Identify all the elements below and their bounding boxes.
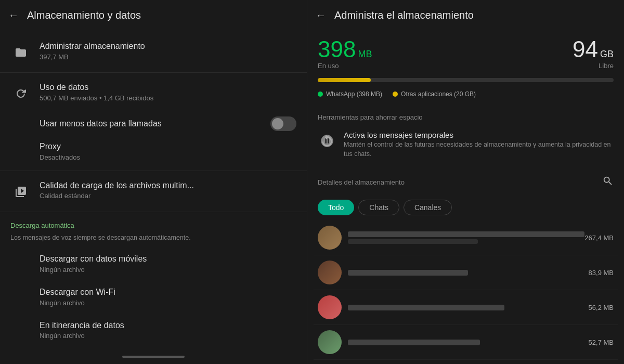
storage-free: 94 GB Libre	[573, 38, 614, 70]
manage-storage-label: Administrar almacenamiento	[40, 41, 296, 52]
chat-subname-0	[348, 239, 478, 244]
media-icon	[10, 181, 31, 202]
chat-avatar-0	[318, 226, 342, 250]
left-header: ← Almacenamiento y datos	[0, 0, 307, 30]
details-header: Detalles del almacenamiento	[318, 175, 614, 189]
chat-name-3	[348, 340, 480, 345]
refresh-icon	[10, 83, 31, 104]
use-less-data-label: Usar menos datos para llamadas	[40, 119, 270, 129]
details-title: Detalles del almacenamiento	[318, 178, 405, 186]
download-roaming-sublabel: Ningún archivo	[40, 332, 296, 341]
download-wifi-label: Descargar con Wi-Fi	[40, 287, 296, 298]
chat-name-0	[348, 231, 584, 237]
chat-size-2: 56,2 MB	[589, 304, 614, 311]
download-wifi-sublabel: Ningún archivo	[40, 299, 296, 308]
chat-info-1	[348, 270, 589, 276]
auto-download-label: Descarga automática	[0, 214, 307, 232]
download-roaming-label: En itinerancia de datos	[40, 320, 296, 331]
chat-info-3	[348, 340, 589, 345]
left-back-button[interactable]: ←	[8, 9, 19, 21]
storage-legend: WhatsApp (398 MB) Otras aplicaciones (20…	[307, 87, 624, 104]
media-quality-sublabel: Calidad estándar	[40, 192, 296, 201]
manage-storage-sublabel: 397,7 MB	[40, 53, 296, 62]
chat-list: 267,4 MB 83,9 MB 56,2 MB 52,7 MB	[307, 220, 624, 364]
chat-info-0	[348, 231, 584, 244]
chat-size-3: 52,7 MB	[589, 339, 614, 346]
divider-2	[0, 171, 307, 171]
legend-other-text: Otras aplicaciones (20 GB)	[401, 90, 476, 98]
data-usage-text: Uso de datos 500,7 MB enviados • 1,4 GB …	[40, 82, 296, 103]
legend-other: Otras aplicaciones (20 GB)	[393, 90, 476, 98]
media-quality-label: Calidad de carga de los archivos multim.…	[40, 180, 296, 191]
storage-used-number-row: 398 MB	[318, 38, 372, 61]
download-roaming-item[interactable]: En itinerancia de datos Ningún archivo	[0, 314, 307, 347]
media-quality-text: Calidad de carga de los archivos multim.…	[40, 180, 296, 201]
use-less-data-toggle[interactable]	[270, 116, 296, 131]
use-less-data-item[interactable]: Usar menos datos para llamadas	[0, 111, 307, 136]
legend-whatsapp-text: WhatsApp (398 MB)	[326, 90, 382, 98]
right-header: ← Administra el almacenamiento	[307, 0, 624, 30]
chat-name-1	[348, 270, 468, 276]
proxy-sublabel: Desactivados	[40, 153, 296, 162]
temp-messages-desc: Mantén el control de las futuras necesid…	[344, 140, 614, 159]
divider-3	[0, 212, 307, 212]
chat-item-4[interactable]: 43,2 MB	[314, 360, 618, 364]
tab-all[interactable]: Todo	[318, 200, 354, 215]
media-quality-item[interactable]: Calidad de carga de los archivos multim.…	[0, 173, 307, 210]
temp-messages-label: Activa los mensajes temporales	[344, 131, 614, 139]
legend-other-dot	[393, 92, 398, 97]
storage-free-number-row: 94 GB	[573, 38, 614, 61]
tools-title: Herramientas para ahorrar espacio	[318, 113, 614, 121]
folder-icon	[10, 42, 31, 63]
left-panel-title: Almacenamiento y datos	[27, 9, 141, 21]
storage-free-number: 94	[573, 38, 598, 61]
auto-download-desc: Los mensajes de voz siempre se descargan…	[0, 232, 307, 248]
storage-summary: 398 MB En uso 94 GB Libre	[307, 30, 624, 76]
download-mobile-label: Descargar con datos móviles	[40, 254, 296, 265]
left-bottom-bar	[0, 352, 307, 364]
proxy-item[interactable]: Proxy Desactivados	[0, 136, 307, 168]
data-usage-sublabel: 500,7 MB enviados • 1,4 GB recibidos	[40, 94, 296, 103]
right-panel: ← Administra el almacenamiento 398 MB En…	[307, 0, 624, 364]
use-less-data-text: Usar menos datos para llamadas	[40, 119, 270, 129]
storage-used: 398 MB En uso	[318, 38, 372, 70]
chat-item-0[interactable]: 267,4 MB	[314, 220, 618, 255]
chat-item-2[interactable]: 56,2 MB	[314, 290, 618, 325]
manage-storage-text: Administrar almacenamiento 397,7 MB	[40, 41, 296, 62]
chat-avatar-2	[318, 295, 342, 319]
tools-section: Herramientas para ahorrar espacio Activa…	[307, 108, 624, 166]
chat-item-3[interactable]: 52,7 MB	[314, 325, 618, 360]
tab-channels[interactable]: Canales	[404, 200, 452, 215]
chat-name-2	[348, 305, 504, 310]
proxy-label: Proxy	[40, 141, 296, 152]
storage-tabs: Todo Chats Canales	[307, 198, 624, 220]
toggle-knob	[272, 118, 283, 129]
download-mobile-item[interactable]: Descargar con datos móviles Ningún archi…	[0, 248, 307, 281]
temp-messages-text: Activa los mensajes temporales Mantén el…	[344, 131, 614, 159]
storage-progress-container	[307, 76, 624, 87]
right-panel-title: Administra el almacenamiento	[334, 9, 474, 21]
data-usage-item[interactable]: Uso de datos 500,7 MB enviados • 1,4 GB …	[0, 75, 307, 111]
temp-messages-item[interactable]: Activa los mensajes temporales Mantén el…	[318, 126, 614, 163]
storage-used-desc: En uso	[318, 62, 372, 70]
left-home-indicator	[122, 356, 185, 358]
chat-avatar-1	[318, 261, 342, 284]
storage-progress-bar-bg	[318, 78, 614, 82]
legend-whatsapp: WhatsApp (398 MB)	[318, 90, 382, 98]
left-panel: ← Almacenamiento y datos Administrar alm…	[0, 0, 307, 364]
storage-used-unit: MB	[358, 49, 372, 60]
manage-storage-item[interactable]: Administrar almacenamiento 397,7 MB	[0, 34, 307, 70]
download-wifi-item[interactable]: Descargar con Wi-Fi Ningún archivo	[0, 281, 307, 314]
chat-info-2	[348, 305, 589, 310]
storage-used-number: 398	[318, 38, 356, 61]
details-section: Detalles del almacenamiento	[307, 170, 624, 198]
storage-progress-bar-fill	[318, 78, 371, 82]
search-icon-button[interactable]	[602, 175, 614, 189]
tab-chats[interactable]: Chats	[358, 200, 399, 215]
chat-item-1[interactable]: 83,9 MB	[314, 255, 618, 290]
storage-free-desc: Libre	[599, 62, 614, 70]
right-back-button[interactable]: ←	[316, 9, 326, 21]
left-panel-content: Administrar almacenamiento 397,7 MB Uso …	[0, 30, 307, 352]
temp-messages-icon	[318, 132, 336, 150]
chat-avatar-3	[318, 330, 342, 354]
